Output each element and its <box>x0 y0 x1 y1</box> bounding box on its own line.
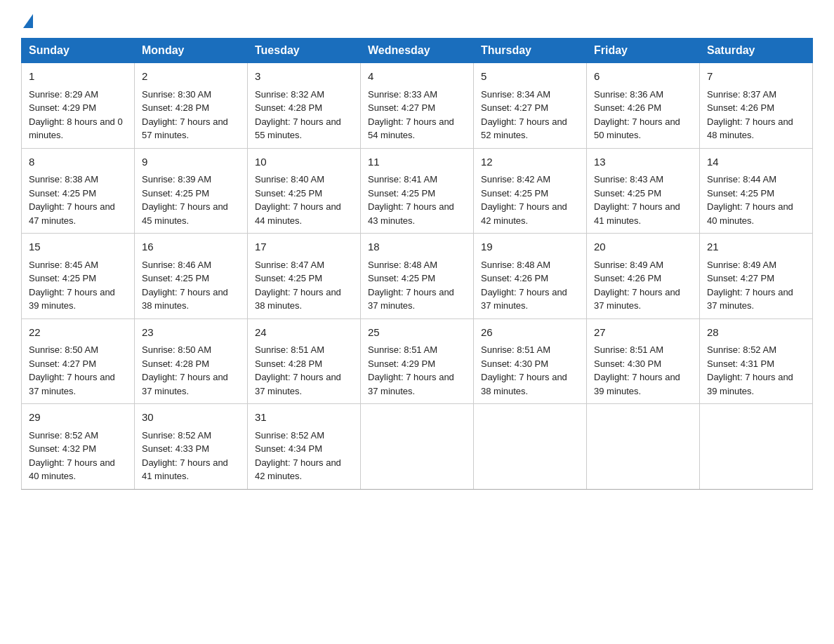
daylight-label: Daylight: 7 hours and 47 minutes. <box>29 201 115 226</box>
daylight-label: Daylight: 7 hours and 37 minutes. <box>368 372 454 396</box>
sunset-label: Sunset: 4:25 PM <box>255 188 322 199</box>
calendar-cell: 8 Sunrise: 8:38 AM Sunset: 4:25 PM Dayli… <box>22 148 135 234</box>
daylight-label: Daylight: 7 hours and 39 minutes. <box>707 372 793 396</box>
sunset-label: Sunset: 4:32 PM <box>29 443 96 454</box>
sunset-label: Sunset: 4:28 PM <box>255 102 322 113</box>
sunrise-label: Sunrise: 8:51 AM <box>255 344 324 355</box>
sunset-label: Sunset: 4:33 PM <box>142 443 209 454</box>
daylight-label: Daylight: 7 hours and 37 minutes. <box>29 372 115 396</box>
calendar-cell: 27 Sunrise: 8:51 AM Sunset: 4:30 PM Dayl… <box>587 318 700 404</box>
sunset-label: Sunset: 4:28 PM <box>142 102 209 113</box>
sunrise-label: Sunrise: 8:51 AM <box>594 344 663 355</box>
sunrise-label: Sunrise: 8:41 AM <box>368 174 437 185</box>
calendar-cell: 28 Sunrise: 8:52 AM Sunset: 4:31 PM Dayl… <box>700 318 813 404</box>
sunset-label: Sunset: 4:25 PM <box>142 273 209 283</box>
day-number: 5 <box>481 69 579 85</box>
sunset-label: Sunset: 4:25 PM <box>142 188 209 199</box>
sunset-label: Sunset: 4:25 PM <box>29 188 96 199</box>
sunset-label: Sunset: 4:30 PM <box>481 358 548 369</box>
calendar-cell: 6 Sunrise: 8:36 AM Sunset: 4:26 PM Dayli… <box>587 63 700 149</box>
daylight-label: Daylight: 7 hours and 37 minutes. <box>707 287 793 311</box>
day-number: 22 <box>29 325 127 341</box>
calendar-cell: 2 Sunrise: 8:30 AM Sunset: 4:28 PM Dayli… <box>135 63 248 149</box>
daylight-label: Daylight: 7 hours and 42 minutes. <box>481 201 567 226</box>
daylight-label: Daylight: 7 hours and 37 minutes. <box>255 372 341 396</box>
daylight-label: Daylight: 7 hours and 50 minutes. <box>594 116 680 141</box>
calendar-header-row: SundayMondayTuesdayWednesdayThursdayFrid… <box>22 39 813 63</box>
daylight-label: Daylight: 7 hours and 39 minutes. <box>594 372 680 396</box>
sunrise-label: Sunrise: 8:40 AM <box>255 174 324 185</box>
calendar-cell: 21 Sunrise: 8:49 AM Sunset: 4:27 PM Dayl… <box>700 234 813 319</box>
page-header <box>21 14 813 27</box>
sunrise-label: Sunrise: 8:52 AM <box>29 430 98 441</box>
calendar-cell: 31 Sunrise: 8:52 AM Sunset: 4:34 PM Dayl… <box>248 404 361 490</box>
calendar-week-row: 29 Sunrise: 8:52 AM Sunset: 4:32 PM Dayl… <box>22 404 813 490</box>
sunset-label: Sunset: 4:26 PM <box>594 273 661 283</box>
day-number: 11 <box>368 154 466 170</box>
day-number: 14 <box>707 154 805 170</box>
sunrise-label: Sunrise: 8:37 AM <box>707 89 776 100</box>
daylight-label: Daylight: 7 hours and 41 minutes. <box>594 201 680 226</box>
sunset-label: Sunset: 4:29 PM <box>368 358 435 369</box>
day-number: 29 <box>29 410 127 426</box>
sunrise-label: Sunrise: 8:50 AM <box>142 344 211 355</box>
daylight-label: Daylight: 7 hours and 38 minutes. <box>255 287 341 311</box>
day-number: 19 <box>481 239 579 255</box>
daylight-label: Daylight: 7 hours and 40 minutes. <box>707 201 793 226</box>
calendar-cell <box>361 404 474 490</box>
sunrise-label: Sunrise: 8:34 AM <box>481 89 550 100</box>
daylight-label: Daylight: 7 hours and 38 minutes. <box>481 372 567 396</box>
calendar-cell <box>700 404 813 490</box>
sunset-label: Sunset: 4:25 PM <box>368 273 435 283</box>
sunrise-label: Sunrise: 8:30 AM <box>142 89 211 100</box>
calendar-day-header: Thursday <box>474 39 587 63</box>
sunset-label: Sunset: 4:25 PM <box>707 188 774 199</box>
day-number: 16 <box>142 239 240 255</box>
sunset-label: Sunset: 4:28 PM <box>142 358 209 369</box>
sunrise-label: Sunrise: 8:42 AM <box>481 174 550 185</box>
day-number: 28 <box>707 325 805 341</box>
sunset-label: Sunset: 4:27 PM <box>368 102 435 113</box>
calendar-cell: 12 Sunrise: 8:42 AM Sunset: 4:25 PM Dayl… <box>474 148 587 234</box>
sunset-label: Sunset: 4:26 PM <box>594 102 661 113</box>
sunset-label: Sunset: 4:25 PM <box>481 188 548 199</box>
day-number: 27 <box>594 325 692 341</box>
calendar-cell: 4 Sunrise: 8:33 AM Sunset: 4:27 PM Dayli… <box>361 63 474 149</box>
calendar-cell: 10 Sunrise: 8:40 AM Sunset: 4:25 PM Dayl… <box>248 148 361 234</box>
calendar-cell: 25 Sunrise: 8:51 AM Sunset: 4:29 PM Dayl… <box>361 318 474 404</box>
sunset-label: Sunset: 4:30 PM <box>594 358 661 369</box>
sunrise-label: Sunrise: 8:51 AM <box>481 344 550 355</box>
sunset-label: Sunset: 4:29 PM <box>29 102 96 113</box>
sunset-label: Sunset: 4:25 PM <box>255 273 322 283</box>
sunrise-label: Sunrise: 8:48 AM <box>368 260 437 270</box>
sunrise-label: Sunrise: 8:51 AM <box>368 344 437 355</box>
calendar-cell: 1 Sunrise: 8:29 AM Sunset: 4:29 PM Dayli… <box>22 63 135 149</box>
daylight-label: Daylight: 7 hours and 41 minutes. <box>142 457 228 482</box>
calendar-cell: 13 Sunrise: 8:43 AM Sunset: 4:25 PM Dayl… <box>587 148 700 234</box>
calendar-cell: 18 Sunrise: 8:48 AM Sunset: 4:25 PM Dayl… <box>361 234 474 319</box>
sunrise-label: Sunrise: 8:29 AM <box>29 89 98 100</box>
day-number: 21 <box>707 239 805 255</box>
daylight-label: Daylight: 7 hours and 37 minutes. <box>368 287 454 311</box>
calendar-day-header: Tuesday <box>248 39 361 63</box>
daylight-label: Daylight: 7 hours and 38 minutes. <box>142 287 228 311</box>
sunrise-label: Sunrise: 8:49 AM <box>594 260 663 270</box>
day-number: 4 <box>368 69 466 85</box>
day-number: 9 <box>142 154 240 170</box>
calendar-cell: 17 Sunrise: 8:47 AM Sunset: 4:25 PM Dayl… <box>248 234 361 319</box>
logo-arrow-icon <box>23 14 33 28</box>
sunrise-label: Sunrise: 8:44 AM <box>707 174 776 185</box>
daylight-label: Daylight: 7 hours and 42 minutes. <box>255 457 341 482</box>
day-number: 17 <box>255 239 353 255</box>
day-number: 10 <box>255 154 353 170</box>
daylight-label: Daylight: 7 hours and 45 minutes. <box>142 201 228 226</box>
calendar-cell: 14 Sunrise: 8:44 AM Sunset: 4:25 PM Dayl… <box>700 148 813 234</box>
daylight-label: Daylight: 7 hours and 48 minutes. <box>707 116 793 141</box>
calendar-day-header: Saturday <box>700 39 813 63</box>
sunrise-label: Sunrise: 8:47 AM <box>255 260 324 270</box>
sunset-label: Sunset: 4:27 PM <box>481 102 548 113</box>
calendar-cell <box>474 404 587 490</box>
day-number: 23 <box>142 325 240 341</box>
calendar-cell: 22 Sunrise: 8:50 AM Sunset: 4:27 PM Dayl… <box>22 318 135 404</box>
daylight-label: Daylight: 7 hours and 55 minutes. <box>255 116 341 141</box>
